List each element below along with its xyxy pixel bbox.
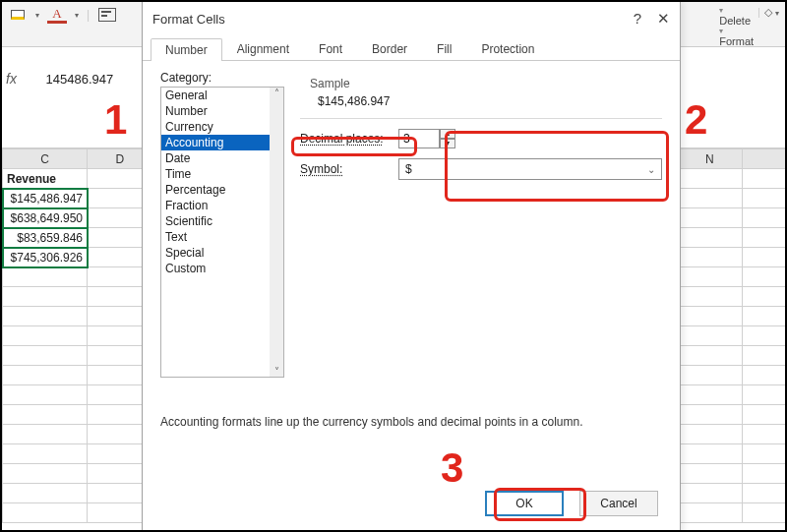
category-item-number[interactable]: Number <box>161 103 283 119</box>
symbol-value: $ <box>405 162 412 176</box>
symbol-label: Symbol: <box>300 162 391 176</box>
dialog-title: Format Cells <box>152 12 225 27</box>
tab-alignment[interactable]: Alignment <box>222 37 304 60</box>
cancel-button[interactable]: Cancel <box>579 491 658 516</box>
fill-color-dropdown-icon[interactable]: ▾ <box>35 11 39 20</box>
eraser-icon[interactable]: ◇ <box>764 6 772 18</box>
callout-number-2: 2 <box>685 96 707 144</box>
format-description: Accounting formats line up the currency … <box>160 415 662 429</box>
spin-down-icon[interactable]: ▼ <box>440 139 455 148</box>
format-cells-dialog: Format Cells ? ✕ Number Alignment Font B… <box>142 2 681 532</box>
listbox-scrollbar[interactable]: ˄˅ <box>270 88 283 377</box>
ribbon-format-label[interactable]: Format <box>719 35 754 47</box>
scroll-down-icon[interactable]: ˅ <box>270 366 283 377</box>
decimal-places-input[interactable] <box>398 129 440 148</box>
tab-border[interactable]: Border <box>357 37 422 60</box>
cell-value[interactable]: $83,659.846 <box>3 228 88 248</box>
cell-value[interactable]: $145,486.947 <box>3 189 88 208</box>
callout-number-1: 1 <box>104 96 127 144</box>
tab-protection[interactable]: Protection <box>466 37 549 60</box>
wrap-text-icon[interactable] <box>97 6 117 24</box>
formula-bar-value[interactable]: 145486.947 <box>30 72 129 87</box>
category-listbox[interactable]: General Number Currency Accounting Date … <box>160 87 284 378</box>
ribbon-delete-label[interactable]: Delete <box>719 15 751 27</box>
category-item-general[interactable]: General <box>161 88 283 103</box>
sample-label: Sample <box>310 77 652 90</box>
category-item-percentage[interactable]: Percentage <box>161 182 283 198</box>
tab-font[interactable]: Font <box>304 37 357 60</box>
category-item-custom[interactable]: Custom <box>161 261 283 276</box>
category-item-fraction[interactable]: Fraction <box>161 198 283 213</box>
dialog-tabs: Number Alignment Font Border Fill Protec… <box>143 35 680 61</box>
decimal-places-label: Decimal places: <box>300 132 391 146</box>
category-item-date[interactable]: Date <box>161 150 283 166</box>
category-item-special[interactable]: Special <box>161 245 283 261</box>
chevron-down-icon: ⌄ <box>647 164 655 175</box>
close-icon[interactable]: ✕ <box>657 10 670 28</box>
tab-number[interactable]: Number <box>151 38 222 61</box>
category-item-text[interactable]: Text <box>161 229 283 245</box>
cell-value[interactable]: $745,306.926 <box>3 248 88 267</box>
category-item-accounting[interactable]: Accounting <box>161 135 283 150</box>
dialog-titlebar[interactable]: Format Cells ? ✕ <box>143 2 680 35</box>
col-header[interactable]: N <box>677 149 743 169</box>
scroll-up-icon[interactable]: ˄ <box>270 88 283 98</box>
category-item-currency[interactable]: Currency <box>161 119 283 135</box>
tab-fill[interactable]: Fill <box>422 37 466 60</box>
font-color-dropdown-icon[interactable]: ▾ <box>75 11 79 20</box>
help-icon[interactable]: ? <box>634 10 641 28</box>
ok-button[interactable]: OK <box>485 491 564 516</box>
fx-icon[interactable]: fx <box>6 71 17 87</box>
formula-bar: fx 145486.947 <box>6 71 129 87</box>
cell-value[interactable]: $638,649.950 <box>3 208 88 228</box>
eraser-dropdown-icon[interactable]: ▾ <box>775 9 779 18</box>
col-header[interactable]: C <box>3 149 88 169</box>
category-item-time[interactable]: Time <box>161 166 283 182</box>
category-item-scientific[interactable]: Scientific <box>161 213 283 229</box>
font-color-icon[interactable]: A <box>47 6 67 24</box>
spin-up-icon[interactable]: ▲ <box>440 129 455 139</box>
sample-value: $145,486.947 <box>318 94 652 108</box>
revenue-header[interactable]: Revenue <box>3 169 88 189</box>
symbol-select[interactable]: $ ⌄ <box>398 158 662 180</box>
fill-color-icon[interactable] <box>8 6 28 24</box>
